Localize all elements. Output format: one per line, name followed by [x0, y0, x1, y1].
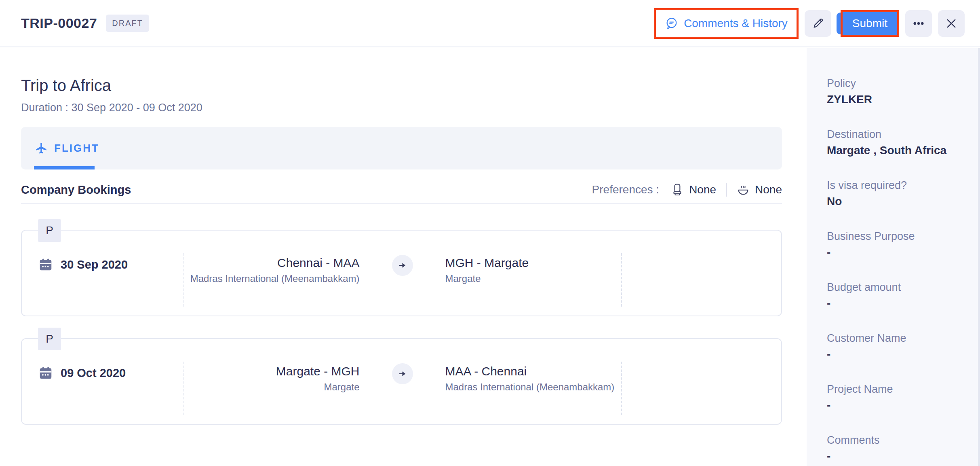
comments-annotation-box: Comments & History	[654, 8, 799, 39]
origin-airport: Margate	[184, 381, 360, 393]
sidebar-item-label: Business Purpose	[827, 229, 964, 243]
seat-preference-value: None	[689, 183, 716, 196]
tab-flight[interactable]: FLIGHT	[35, 142, 99, 155]
sidebar-item-project-name: Project Name -	[827, 382, 964, 413]
sidebar-item-value: No	[827, 194, 964, 209]
segment-destination: MAA - Chennai Madras International (Meen…	[445, 363, 621, 393]
booking-tab-bar: FLIGHT	[21, 127, 782, 169]
header-actions: Comments & History Submit	[654, 8, 965, 39]
trip-id: TRIP-00027	[21, 15, 97, 31]
comments-history-label: Comments & History	[684, 17, 788, 30]
flight-date-text: 30 Sep 2020	[61, 258, 128, 271]
sidebar-item-label: Policy	[827, 76, 964, 90]
trip-info-sidebar: Policy ZYLKER Destination Margate , Sout…	[807, 48, 980, 466]
flight-segment: Chennai - MAA Madras International (Meen…	[184, 255, 620, 284]
bookings-header-row: Company Bookings Preferences : None None	[21, 183, 782, 197]
meal-icon	[736, 183, 750, 197]
arrow-right-icon	[392, 255, 413, 276]
seat-icon	[670, 183, 684, 197]
bookings-section-title: Company Bookings	[21, 183, 131, 197]
sidebar-item-comments: Comments -	[827, 433, 964, 464]
sidebar-item-value: -	[827, 347, 964, 362]
calendar-icon	[38, 257, 53, 272]
destination-code: MGH - Margate	[445, 255, 621, 271]
flight-card[interactable]: P 30 Sep 2020 Chennai - MAA Madras In	[21, 230, 782, 316]
sidebar-item-label: Comments	[827, 433, 964, 447]
flight-segment: Margate - MGH Margate MAA - Chennai Madr…	[184, 363, 620, 393]
trip-title: Trip to Africa	[21, 76, 782, 95]
segment-origin: Chennai - MAA Madras International (Meen…	[184, 255, 360, 284]
sidebar-item-customer-name: Customer Name -	[827, 331, 964, 362]
sidebar-item-label: Is visa required?	[827, 178, 964, 192]
segment-destination: MGH - Margate Margate	[445, 255, 621, 284]
pencil-icon	[811, 17, 824, 30]
submit-button-area: Submit	[841, 10, 899, 37]
calendar-icon	[38, 365, 53, 381]
trip-detail-panel: Trip to Africa Duration : 30 Sep 2020 - …	[0, 48, 807, 466]
speech-bubble-icon	[665, 17, 679, 30]
sidebar-item-label: Project Name	[827, 382, 964, 396]
card-column-divider	[621, 362, 622, 415]
more-options-button[interactable]	[905, 10, 932, 37]
sidebar-item-value: -	[827, 245, 964, 260]
comments-history-button[interactable]: Comments & History	[656, 10, 797, 37]
sidebar-item-value: -	[827, 398, 964, 413]
sidebar-item-label: Destination	[827, 127, 964, 141]
sidebar-item-visa-required: Is visa required? No	[827, 178, 964, 209]
tab-flight-label: FLIGHT	[54, 142, 99, 155]
origin-code: Margate - MGH	[184, 363, 360, 379]
header-bar: TRIP-00027 DRAFT Comments & History	[0, 0, 980, 47]
flight-date: 09 Oct 2020	[38, 364, 126, 382]
sidebar-item-destination: Destination Margate , South Africa	[827, 127, 964, 158]
close-button[interactable]	[938, 10, 965, 37]
preferences: Preferences : None None	[592, 183, 782, 197]
sidebar-item-policy: Policy ZYLKER	[827, 76, 964, 107]
flight-date: 30 Sep 2020	[38, 256, 128, 273]
destination-airport: Margate	[445, 273, 621, 284]
trip-duration: Duration : 30 Sep 2020 - 09 Oct 2020	[21, 101, 782, 114]
submit-button[interactable]: Submit	[843, 12, 897, 35]
destination-airport: Madras International (Meenambakkam)	[445, 381, 621, 393]
preference-divider	[726, 183, 727, 197]
active-tab-indicator	[34, 166, 95, 169]
flight-card[interactable]: P 09 Oct 2020 Margate - MGH Margate	[21, 338, 782, 425]
card-column-divider	[621, 253, 622, 307]
close-icon	[944, 17, 958, 30]
airplane-icon	[35, 142, 48, 155]
flight-date-text: 09 Oct 2020	[61, 366, 126, 380]
sidebar-item-value: -	[827, 296, 964, 311]
sidebar-item-label: Customer Name	[827, 331, 964, 345]
status-badge: DRAFT	[106, 15, 149, 32]
sidebar-item-value: ZYLKER	[827, 92, 964, 107]
section-divider	[21, 203, 782, 204]
submit-annotation-box: Submit	[841, 10, 899, 37]
origin-airport: Madras International (Meenambakkam)	[184, 273, 360, 284]
scrollbar[interactable]	[978, 48, 980, 466]
origin-code: Chennai - MAA	[184, 255, 360, 271]
personal-booking-badge: P	[38, 219, 61, 242]
sidebar-item-business-purpose: Business Purpose -	[827, 229, 964, 260]
preferences-label: Preferences :	[592, 183, 660, 196]
ellipsis-icon	[912, 17, 925, 30]
sidebar-item-label: Budget amount	[827, 280, 964, 294]
sidebar-item-value: -	[827, 449, 964, 464]
personal-booking-badge: P	[38, 328, 61, 350]
meal-preference-value: None	[755, 183, 782, 196]
sidebar-item-value: Margate , South Africa	[827, 143, 964, 158]
edit-button[interactable]	[805, 10, 831, 37]
arrow-right-icon	[392, 363, 413, 384]
destination-code: MAA - Chennai	[445, 363, 621, 379]
sidebar-item-budget-amount: Budget amount -	[827, 280, 964, 311]
segment-origin: Margate - MGH Margate	[184, 363, 360, 393]
